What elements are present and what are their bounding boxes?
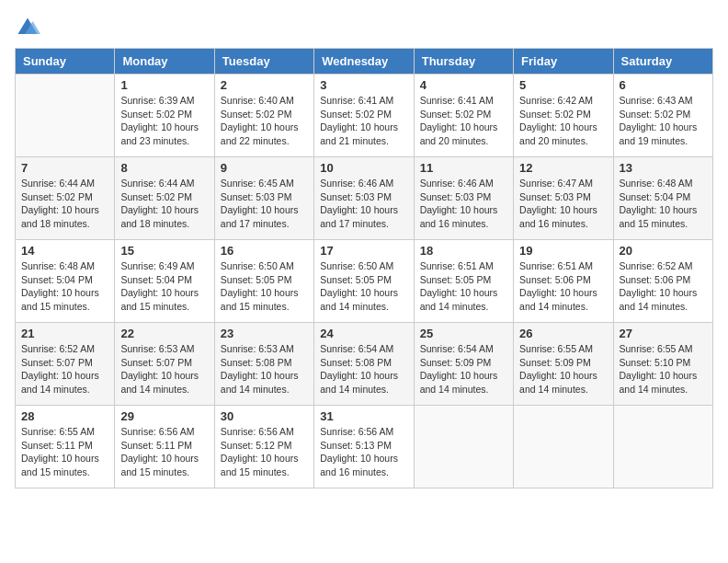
day-number: 28 bbox=[21, 409, 108, 423]
day-info: Sunrise: 6:47 AMSunset: 5:03 PMDaylight:… bbox=[519, 177, 607, 231]
day-number: 17 bbox=[320, 244, 407, 258]
day-number: 8 bbox=[120, 161, 208, 175]
day-info: Sunrise: 6:45 AMSunset: 5:03 PMDaylight:… bbox=[221, 177, 308, 231]
day-info: Sunrise: 6:49 AMSunset: 5:04 PMDaylight:… bbox=[120, 259, 208, 314]
day-info: Sunrise: 6:51 AMSunset: 5:05 PMDaylight:… bbox=[420, 259, 507, 314]
calendar-cell: 4Sunrise: 6:41 AMSunset: 5:02 PMDaylight… bbox=[414, 75, 513, 157]
logo-icon bbox=[15, 15, 40, 40]
day-info: Sunrise: 6:44 AMSunset: 5:02 PMDaylight:… bbox=[120, 177, 208, 231]
day-number: 25 bbox=[420, 327, 507, 340]
day-info: Sunrise: 6:56 AMSunset: 5:12 PMDaylight:… bbox=[221, 425, 308, 479]
calendar-cell: 27Sunrise: 6:55 AMSunset: 5:10 PMDayligh… bbox=[613, 323, 712, 406]
calendar-cell: 13Sunrise: 6:48 AMSunset: 5:04 PMDayligh… bbox=[613, 157, 712, 240]
calendar-cell: 22Sunrise: 6:53 AMSunset: 5:07 PMDayligh… bbox=[115, 323, 214, 406]
calendar-cell: 2Sunrise: 6:40 AMSunset: 5:02 PMDaylight… bbox=[214, 75, 313, 157]
day-number: 16 bbox=[221, 244, 308, 258]
day-info: Sunrise: 6:41 AMSunset: 5:02 PMDaylight:… bbox=[420, 94, 507, 148]
day-number: 7 bbox=[21, 161, 108, 175]
day-number: 27 bbox=[620, 327, 707, 340]
calendar-cell: 3Sunrise: 6:41 AMSunset: 5:02 PMDaylight… bbox=[314, 75, 414, 157]
day-number: 6 bbox=[620, 78, 707, 92]
day-info: Sunrise: 6:56 AMSunset: 5:13 PMDaylight:… bbox=[320, 425, 407, 479]
calendar-cell: 19Sunrise: 6:51 AMSunset: 5:06 PMDayligh… bbox=[514, 240, 613, 323]
day-info: Sunrise: 6:43 AMSunset: 5:02 PMDaylight:… bbox=[620, 94, 707, 148]
calendar-cell: 16Sunrise: 6:50 AMSunset: 5:05 PMDayligh… bbox=[214, 240, 313, 323]
day-info: Sunrise: 6:55 AMSunset: 5:09 PMDaylight:… bbox=[519, 342, 607, 396]
calendar-cell: 23Sunrise: 6:53 AMSunset: 5:08 PMDayligh… bbox=[214, 323, 313, 406]
day-info: Sunrise: 6:54 AMSunset: 5:09 PMDaylight:… bbox=[420, 342, 507, 396]
day-number: 18 bbox=[420, 244, 507, 258]
day-number: 20 bbox=[620, 244, 707, 258]
day-header-sunday: Sunday bbox=[16, 49, 115, 75]
calendar-week-3: 14Sunrise: 6:48 AMSunset: 5:04 PMDayligh… bbox=[16, 240, 713, 323]
day-number: 13 bbox=[620, 161, 707, 175]
day-number: 30 bbox=[221, 409, 308, 423]
calendar-week-2: 7Sunrise: 6:44 AMSunset: 5:02 PMDaylight… bbox=[16, 157, 713, 240]
day-header-monday: Monday bbox=[115, 49, 214, 75]
calendar-week-1: 1Sunrise: 6:39 AMSunset: 5:02 PMDaylight… bbox=[16, 75, 713, 157]
calendar-cell: 21Sunrise: 6:52 AMSunset: 5:07 PMDayligh… bbox=[16, 323, 115, 406]
calendar-cell: 25Sunrise: 6:54 AMSunset: 5:09 PMDayligh… bbox=[414, 323, 513, 406]
calendar-cell: 7Sunrise: 6:44 AMSunset: 5:02 PMDaylight… bbox=[16, 157, 115, 240]
calendar-cell: 15Sunrise: 6:49 AMSunset: 5:04 PMDayligh… bbox=[115, 240, 214, 323]
calendar-cell: 24Sunrise: 6:54 AMSunset: 5:08 PMDayligh… bbox=[314, 323, 414, 406]
calendar-cell: 1Sunrise: 6:39 AMSunset: 5:02 PMDaylight… bbox=[115, 75, 214, 157]
header bbox=[15, 15, 713, 40]
day-number: 19 bbox=[519, 244, 607, 258]
day-number: 23 bbox=[221, 327, 308, 340]
calendar-cell: 28Sunrise: 6:55 AMSunset: 5:11 PMDayligh… bbox=[16, 406, 115, 488]
day-header-saturday: Saturday bbox=[613, 49, 712, 75]
calendar-cell: 6Sunrise: 6:43 AMSunset: 5:02 PMDaylight… bbox=[613, 75, 712, 157]
day-header-tuesday: Tuesday bbox=[214, 49, 313, 75]
day-info: Sunrise: 6:42 AMSunset: 5:02 PMDaylight:… bbox=[519, 94, 607, 148]
day-number: 3 bbox=[320, 78, 407, 92]
day-info: Sunrise: 6:54 AMSunset: 5:08 PMDaylight:… bbox=[320, 342, 407, 396]
day-number: 2 bbox=[221, 78, 308, 92]
day-info: Sunrise: 6:55 AMSunset: 5:10 PMDaylight:… bbox=[620, 342, 707, 396]
day-number: 24 bbox=[320, 327, 407, 340]
day-number: 1 bbox=[120, 78, 208, 92]
calendar-cell: 31Sunrise: 6:56 AMSunset: 5:13 PMDayligh… bbox=[314, 406, 414, 488]
day-number: 5 bbox=[519, 78, 607, 92]
day-info: Sunrise: 6:56 AMSunset: 5:11 PMDaylight:… bbox=[120, 425, 208, 479]
day-number: 26 bbox=[519, 327, 607, 340]
header-row: SundayMondayTuesdayWednesdayThursdayFrid… bbox=[16, 49, 713, 75]
day-info: Sunrise: 6:46 AMSunset: 5:03 PMDaylight:… bbox=[420, 177, 507, 231]
day-header-thursday: Thursday bbox=[414, 49, 513, 75]
day-header-friday: Friday bbox=[514, 49, 613, 75]
calendar-cell: 9Sunrise: 6:45 AMSunset: 5:03 PMDaylight… bbox=[214, 157, 313, 240]
day-info: Sunrise: 6:50 AMSunset: 5:05 PMDaylight:… bbox=[320, 259, 407, 314]
calendar-week-5: 28Sunrise: 6:55 AMSunset: 5:11 PMDayligh… bbox=[16, 406, 713, 488]
logo bbox=[15, 15, 44, 40]
calendar-cell bbox=[414, 406, 513, 488]
calendar-cell: 10Sunrise: 6:46 AMSunset: 5:03 PMDayligh… bbox=[314, 157, 414, 240]
day-info: Sunrise: 6:52 AMSunset: 5:07 PMDaylight:… bbox=[21, 342, 108, 396]
day-info: Sunrise: 6:52 AMSunset: 5:06 PMDaylight:… bbox=[620, 259, 707, 314]
calendar-cell: 26Sunrise: 6:55 AMSunset: 5:09 PMDayligh… bbox=[514, 323, 613, 406]
day-number: 21 bbox=[21, 327, 108, 340]
day-number: 12 bbox=[519, 161, 607, 175]
day-info: Sunrise: 6:39 AMSunset: 5:02 PMDaylight:… bbox=[120, 94, 208, 148]
calendar-cell bbox=[613, 406, 712, 488]
calendar-cell: 30Sunrise: 6:56 AMSunset: 5:12 PMDayligh… bbox=[214, 406, 313, 488]
calendar-cell: 17Sunrise: 6:50 AMSunset: 5:05 PMDayligh… bbox=[314, 240, 414, 323]
day-info: Sunrise: 6:50 AMSunset: 5:05 PMDaylight:… bbox=[221, 259, 308, 314]
day-number: 11 bbox=[420, 161, 507, 175]
day-number: 14 bbox=[21, 244, 108, 258]
day-info: Sunrise: 6:41 AMSunset: 5:02 PMDaylight:… bbox=[320, 94, 407, 148]
day-info: Sunrise: 6:46 AMSunset: 5:03 PMDaylight:… bbox=[320, 177, 407, 231]
calendar-cell bbox=[514, 406, 613, 488]
day-info: Sunrise: 6:53 AMSunset: 5:07 PMDaylight:… bbox=[120, 342, 208, 396]
calendar-cell bbox=[16, 75, 115, 157]
calendar-cell: 8Sunrise: 6:44 AMSunset: 5:02 PMDaylight… bbox=[115, 157, 214, 240]
day-info: Sunrise: 6:48 AMSunset: 5:04 PMDaylight:… bbox=[21, 259, 108, 314]
day-info: Sunrise: 6:40 AMSunset: 5:02 PMDaylight:… bbox=[221, 94, 308, 148]
day-info: Sunrise: 6:51 AMSunset: 5:06 PMDaylight:… bbox=[519, 259, 607, 314]
day-number: 10 bbox=[320, 161, 407, 175]
day-number: 29 bbox=[120, 409, 208, 423]
calendar-cell: 12Sunrise: 6:47 AMSunset: 5:03 PMDayligh… bbox=[514, 157, 613, 240]
calendar-cell: 5Sunrise: 6:42 AMSunset: 5:02 PMDaylight… bbox=[514, 75, 613, 157]
calendar-cell: 20Sunrise: 6:52 AMSunset: 5:06 PMDayligh… bbox=[613, 240, 712, 323]
day-info: Sunrise: 6:44 AMSunset: 5:02 PMDaylight:… bbox=[21, 177, 108, 231]
day-number: 31 bbox=[320, 409, 407, 423]
